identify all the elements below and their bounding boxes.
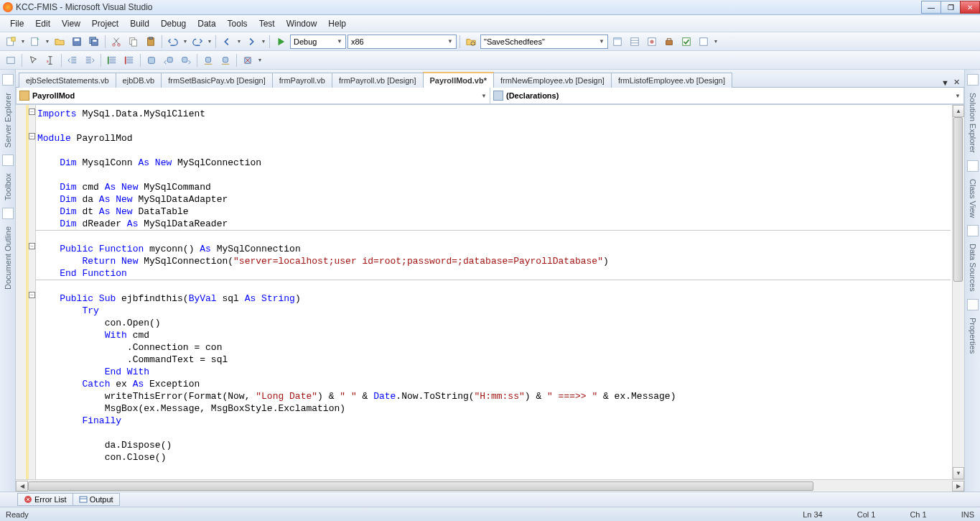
comment-button[interactable] <box>104 52 120 68</box>
vertical-scrollbar[interactable]: ▲ ▼ <box>952 105 964 479</box>
class-view-tab[interactable]: Class View <box>967 176 979 221</box>
document-outline-icon[interactable] <box>2 208 14 219</box>
document-outline-tab[interactable]: Document Outline <box>2 223 14 292</box>
nav-back-dropdown[interactable]: ▼ <box>236 39 242 44</box>
platform-selector[interactable]: x86▼ <box>347 34 457 49</box>
menu-data[interactable]: Data <box>192 17 221 31</box>
cursor-icon[interactable] <box>25 52 41 68</box>
open-button[interactable] <box>52 34 67 50</box>
solution-explorer-icon[interactable] <box>967 74 979 86</box>
bookmark-next-folder-button[interactable] <box>218 52 233 68</box>
nav-back-button[interactable] <box>219 34 235 50</box>
menu-debug[interactable]: Debug <box>155 17 192 31</box>
nav-forward-button[interactable] <box>243 34 259 50</box>
new-project-dropdown[interactable]: ▼ <box>20 39 26 44</box>
find-in-files-button[interactable] <box>463 34 479 50</box>
undo-dropdown[interactable]: ▼ <box>182 39 188 44</box>
increase-indent-button[interactable] <box>82 52 98 68</box>
undo-button[interactable] <box>165 34 181 50</box>
config-selector[interactable]: Debug▼ <box>290 34 346 49</box>
output-tab[interactable]: Output <box>73 493 120 506</box>
find-combobox[interactable]: "SaveSchedfees"▼ <box>480 34 608 49</box>
scroll-right-button[interactable]: ▶ <box>952 481 964 492</box>
properties-icon[interactable] <box>967 299 979 310</box>
caret-icon[interactable]: a <box>42 52 58 68</box>
fold-line-3[interactable]: − <box>29 133 35 139</box>
start-debug-button[interactable] <box>273 34 289 50</box>
nav-forward-dropdown[interactable]: ▼ <box>261 39 266 44</box>
tab-payrollmod[interactable]: PayrollMod.vb* <box>423 72 494 88</box>
properties-button[interactable] <box>627 34 643 50</box>
solution-explorer-tab[interactable]: Solution Explorer <box>967 90 979 156</box>
data-sources-tab[interactable]: Data Sources <box>967 241 979 295</box>
fold-line-16[interactable]: − <box>29 292 35 298</box>
bookmark-next-button[interactable] <box>178 52 194 68</box>
menu-build[interactable]: Build <box>124 17 155 31</box>
bookmark-toggle-button[interactable] <box>144 52 159 68</box>
close-button[interactable]: ✕ <box>960 1 980 14</box>
code-editor[interactable]: − − − − Imports MySql.Data.MySqlClient M… <box>16 105 964 479</box>
bookmark-dropdown[interactable]: ▼ <box>257 57 263 63</box>
save-button[interactable] <box>69 34 85 50</box>
scroll-left-button[interactable]: ◀ <box>16 481 28 492</box>
class-view-icon[interactable] <box>967 160 979 172</box>
add-item-dropdown[interactable]: ▼ <box>45 39 50 44</box>
menu-window[interactable]: Window <box>281 17 323 31</box>
tab-frmpayroll-design[interactable]: frmPayroll.vb [Design] <box>332 73 424 88</box>
fold-line-12[interactable]: − <box>29 243 35 249</box>
toolbox-tab[interactable]: Toolbox <box>2 170 14 203</box>
error-list-tab[interactable]: Error List <box>17 493 73 506</box>
menu-view[interactable]: View <box>56 17 86 31</box>
data-sources-icon[interactable] <box>967 225 979 236</box>
menu-help[interactable]: Help <box>322 17 352 31</box>
tab-list-button[interactable]: ▼ <box>941 78 949 87</box>
menu-edit[interactable]: Edit <box>29 17 56 31</box>
bookmark-prev-button[interactable] <box>161 52 177 68</box>
type-selector[interactable]: PayrollMod ▼ <box>16 88 490 104</box>
paste-button[interactable] <box>143 34 159 50</box>
member-selector[interactable]: (Declarations) ▼ <box>490 88 964 104</box>
bookmark-clear-button[interactable] <box>240 52 256 68</box>
tab-frmlistofemployee-design[interactable]: frmListofEmployee.vb [Design] <box>611 73 732 88</box>
start-page-button[interactable] <box>678 34 694 50</box>
add-item-button[interactable]: + <box>27 34 43 50</box>
save-all-button[interactable] <box>86 34 102 50</box>
scroll-down-button[interactable]: ▼ <box>953 467 964 479</box>
restore-button[interactable]: ❐ <box>941 1 961 14</box>
ext-dropdown[interactable]: ▼ <box>713 39 719 44</box>
redo-dropdown[interactable]: ▼ <box>207 39 213 44</box>
fold-line-1[interactable]: − <box>29 109 35 115</box>
menu-tools[interactable]: Tools <box>222 17 253 31</box>
decrease-indent-button[interactable] <box>65 52 80 68</box>
copy-button[interactable] <box>126 34 141 50</box>
menu-file[interactable]: File <box>4 17 29 31</box>
show-object-button[interactable] <box>3 52 19 68</box>
toolbox-icon[interactable] <box>2 155 14 166</box>
properties-tab[interactable]: Properties <box>967 315 979 356</box>
server-explorer-icon[interactable] <box>2 74 14 86</box>
cut-button[interactable] <box>108 34 124 50</box>
tab-close-button[interactable]: ✕ <box>953 78 960 87</box>
code-content[interactable]: Imports MySql.Data.MySqlClient Module Pa… <box>36 105 952 479</box>
toolbox-button[interactable] <box>661 34 677 50</box>
tab-frmpayroll[interactable]: frmPayroll.vb <box>272 73 332 88</box>
new-project-button[interactable] <box>3 34 19 50</box>
redo-button[interactable] <box>190 34 205 50</box>
tab-frmsetbasicpay-design[interactable]: frmSetBasicPay.vb [Design] <box>161 73 273 88</box>
scroll-up-button[interactable]: ▲ <box>953 105 964 117</box>
hscroll-thumb[interactable] <box>28 481 813 491</box>
tab-ejbdb[interactable]: ejbDB.vb <box>116 73 162 88</box>
tab-ejbselectstatements[interactable]: ejbSelectStatements.vb <box>19 73 116 88</box>
minimize-button[interactable]: — <box>921 1 941 14</box>
uncomment-button[interactable] <box>121 52 137 68</box>
horizontal-scrollbar[interactable]: ◀ ▶ <box>16 479 964 492</box>
solution-explorer-button[interactable] <box>610 34 625 50</box>
menu-project[interactable]: Project <box>86 17 124 31</box>
bookmark-prev-folder-button[interactable] <box>200 52 216 68</box>
menu-test[interactable]: Test <box>253 17 281 31</box>
ext-button[interactable] <box>696 34 711 50</box>
tab-frmnewemployee-design[interactable]: frmNewEmployee.vb [Design] <box>493 73 612 88</box>
server-explorer-tab[interactable]: Server Explorer <box>2 90 14 150</box>
object-browser-button[interactable] <box>644 34 660 50</box>
vscroll-thumb[interactable] <box>953 117 963 282</box>
